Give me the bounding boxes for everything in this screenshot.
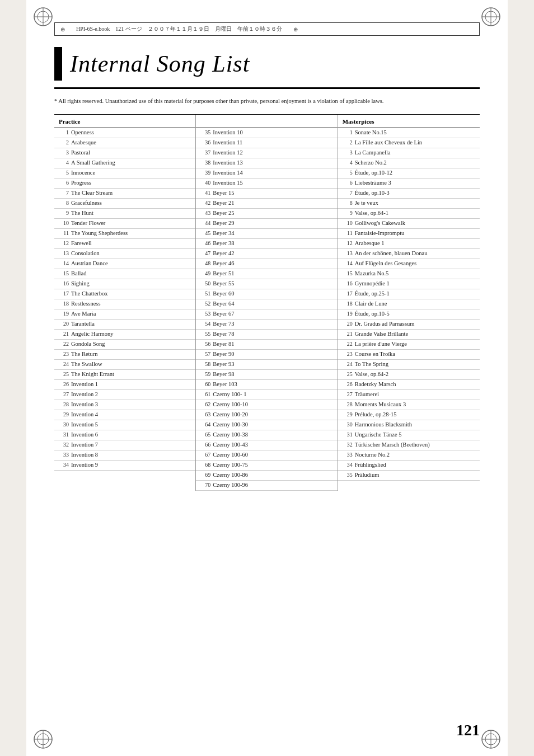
song-row: 45Beyer 34 (196, 229, 337, 239)
song-number: 11 (59, 230, 71, 236)
song-name: Beyer 15 (213, 190, 234, 196)
song-row: 23Course en Troïka (338, 350, 480, 360)
song-row: 12Farewell (54, 239, 195, 249)
song-name: An der schönen, blauen Donau (355, 250, 428, 256)
song-row: 32Invention 7 (54, 440, 195, 450)
song-number: 18 (59, 300, 71, 307)
song-number: 2 (59, 139, 71, 145)
song-name: Czerny 100-86 (213, 472, 248, 478)
song-row: 24The Swallow (54, 360, 195, 370)
song-name: Beyer 46 (213, 260, 234, 266)
song-number: 21 (59, 331, 71, 337)
song-number: 34 (59, 462, 71, 468)
song-name: Präludium (355, 472, 380, 478)
song-name: Beyer 38 (213, 240, 234, 246)
song-name: Träumerei (355, 391, 379, 397)
song-name: Frühlingslied (355, 462, 386, 468)
song-number: 65 (200, 431, 213, 438)
song-row: 26Radetzky Marsch (338, 380, 480, 390)
song-row: 13Consolation (54, 249, 195, 259)
song-row: 15Mazurka No.5 (338, 269, 480, 279)
song-number: 58 (200, 361, 213, 367)
title-decoration-bar (54, 47, 62, 81)
song-row: 48Beyer 46 (196, 259, 337, 269)
song-row: 58Beyer 93 (196, 360, 337, 370)
song-number: 38 (200, 159, 213, 166)
song-number: 52 (200, 300, 213, 307)
song-number: 26 (343, 381, 355, 387)
song-row: 28Invention 3 (54, 400, 195, 410)
song-name: Course en Troïka (355, 351, 395, 357)
song-name: Czerny 100-75 (213, 462, 248, 468)
song-name: Radetzky Marsch (355, 381, 396, 387)
song-number: 45 (200, 230, 213, 236)
song-row: 9The Hunt (54, 209, 195, 219)
song-row: 24To The Spring (338, 360, 480, 370)
song-name: La prière d'une Vierge (355, 341, 407, 347)
song-row: 32Türkischer Marsch (Beethoven) (338, 440, 480, 450)
song-row: 11Fantaisie-Impromptu (338, 229, 480, 239)
song-number: 43 (200, 210, 213, 216)
top-bar: ⊕ HPI-6S-e.book 121 ページ ２００７年１１月１９日 月曜日 … (54, 22, 480, 36)
song-name: Tender Flower (71, 220, 105, 226)
corner-decoration-tr (480, 6, 502, 28)
song-name: Czerny 100-30 (213, 421, 248, 428)
song-row: 25Valse, op.64-2 (338, 370, 480, 380)
song-name: Invention 3 (71, 401, 98, 407)
song-row: 37Invention 12 (196, 148, 337, 158)
song-row: 66Czerny 100-43 (196, 440, 337, 450)
song-row: 1Openness (54, 128, 195, 138)
song-row: 18Clair de Lune (338, 299, 480, 309)
song-number: 21 (343, 331, 355, 337)
song-number: 14 (59, 260, 71, 266)
song-row: 27Invention 2 (54, 390, 195, 400)
song-name: Sighing (71, 280, 90, 287)
corner-decoration-br (480, 728, 502, 750)
song-row: 18Restlessness (54, 299, 195, 309)
song-name: Beyer 67 (213, 311, 234, 317)
song-row: 16Gymnopédie 1 (338, 279, 480, 289)
song-name: Invention 15 (213, 180, 242, 186)
song-row: 10Tender Flower (54, 219, 195, 229)
page: ⊕ HPI-6S-e.book 121 ページ ２００７年１１月１９日 月曜日 … (26, 0, 508, 756)
song-number: 34 (343, 462, 355, 468)
song-row: 12Arabesque 1 (338, 239, 480, 249)
song-row: 33Nocturne No.2 (338, 450, 480, 461)
song-name: Innocence (71, 170, 95, 176)
song-name: Czerny 100-38 (213, 431, 248, 438)
song-number: 36 (200, 139, 213, 145)
song-number: 13 (59, 250, 71, 256)
song-name: Beyer 90 (213, 351, 234, 357)
song-number: 59 (200, 371, 213, 377)
song-name: Je te veux (355, 200, 378, 206)
song-row: 1Sonate No.15 (338, 128, 480, 138)
song-row: 23The Return (54, 350, 195, 360)
song-number: 7 (343, 190, 355, 196)
song-row: 36Invention 11 (196, 138, 337, 148)
song-number: 35 (200, 129, 213, 135)
song-number: 70 (200, 482, 213, 488)
song-name: The Clear Stream (71, 190, 113, 196)
song-row: 6Liebesträume 3 (338, 179, 480, 189)
song-row: 56Beyer 81 (196, 340, 337, 350)
song-name: Czerny 100- 1 (213, 391, 246, 397)
song-name: Invention 12 (213, 149, 242, 156)
song-name: Arabesque 1 (355, 240, 385, 246)
song-row: 64Czerny 100-30 (196, 420, 337, 430)
song-name: Arabesque (71, 139, 96, 145)
song-number: 4 (59, 159, 71, 166)
song-name: Beyer 21 (213, 200, 234, 206)
song-number: 19 (59, 311, 71, 317)
song-name: Beyer 73 (213, 321, 234, 327)
song-number: 33 (59, 452, 71, 458)
song-number: 49 (200, 270, 213, 276)
song-number: 17 (343, 290, 355, 297)
song-name: Beyer 29 (213, 220, 234, 226)
song-number: 22 (343, 341, 355, 347)
song-name: Grande Valse Brillante (355, 331, 408, 337)
song-name: The Chatterbox (71, 290, 108, 297)
song-name: The Knight Errant (71, 371, 114, 377)
song-row: 5Innocence (54, 168, 195, 179)
song-number: 26 (59, 381, 71, 387)
song-number: 29 (59, 411, 71, 417)
